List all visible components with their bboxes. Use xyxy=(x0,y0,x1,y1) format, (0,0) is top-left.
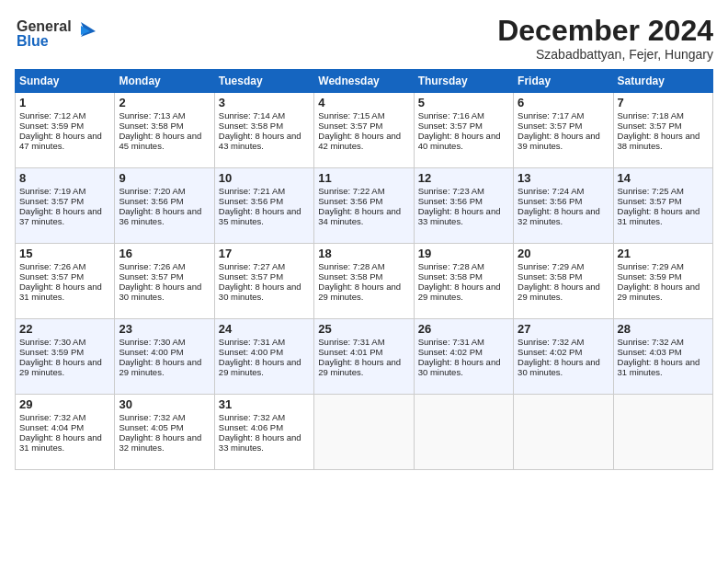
sunrise-text: Sunrise: 7:29 AM xyxy=(518,261,609,271)
sunset-text: Sunset: 4:02 PM xyxy=(518,347,609,357)
daylight-text: Daylight: 8 hours and 47 minutes. xyxy=(19,131,110,151)
day-number: 8 xyxy=(19,171,110,185)
daylight-text: Daylight: 8 hours and 43 minutes. xyxy=(219,131,310,151)
calendar-cell: 19Sunrise: 7:28 AMSunset: 3:58 PMDayligh… xyxy=(414,244,513,319)
calendar-week-1: 1Sunrise: 7:12 AMSunset: 3:59 PMDaylight… xyxy=(16,93,713,168)
calendar-cell xyxy=(314,395,414,470)
sunrise-text: Sunrise: 7:16 AM xyxy=(418,110,509,121)
month-title: December 2024 xyxy=(497,15,713,47)
day-header-saturday: Saturday xyxy=(613,70,712,93)
svg-text:General: General xyxy=(17,18,72,34)
day-header-wednesday: Wednesday xyxy=(314,70,414,93)
sunrise-text: Sunrise: 7:30 AM xyxy=(119,337,210,347)
sunrise-text: Sunrise: 7:30 AM xyxy=(19,337,110,347)
sunrise-text: Sunrise: 7:32 AM xyxy=(19,412,110,422)
day-number: 20 xyxy=(518,247,609,260)
day-header-friday: Friday xyxy=(514,70,613,93)
sunrise-text: Sunrise: 7:17 AM xyxy=(518,110,609,121)
daylight-text: Daylight: 8 hours and 37 minutes. xyxy=(19,206,110,226)
daylight-text: Daylight: 8 hours and 34 minutes. xyxy=(318,206,409,226)
sunset-text: Sunset: 3:57 PM xyxy=(618,121,709,131)
daylight-text: Daylight: 8 hours and 29 minutes. xyxy=(418,282,509,302)
calendar-cell: 15Sunrise: 7:26 AMSunset: 3:57 PMDayligh… xyxy=(16,244,115,319)
day-number: 12 xyxy=(418,171,509,185)
day-number: 25 xyxy=(318,322,409,336)
daylight-text: Daylight: 8 hours and 42 minutes. xyxy=(318,131,409,151)
sunset-text: Sunset: 3:58 PM xyxy=(119,121,210,131)
sunset-text: Sunset: 3:59 PM xyxy=(19,347,110,357)
daylight-text: Daylight: 8 hours and 40 minutes. xyxy=(418,131,509,151)
daylight-text: Daylight: 8 hours and 29 minutes. xyxy=(219,357,310,377)
page: General Blue December 2024 Szabadbattyan… xyxy=(0,0,728,563)
day-number: 30 xyxy=(119,397,210,411)
day-number: 15 xyxy=(19,247,110,260)
sunset-text: Sunset: 3:56 PM xyxy=(318,196,409,206)
calendar-cell: 12Sunrise: 7:23 AMSunset: 3:56 PMDayligh… xyxy=(414,168,513,244)
day-number: 4 xyxy=(318,96,409,109)
sunset-text: Sunset: 3:58 PM xyxy=(418,271,509,282)
calendar-cell: 25Sunrise: 7:31 AMSunset: 4:01 PMDayligh… xyxy=(314,319,414,395)
sunset-text: Sunset: 3:59 PM xyxy=(618,271,709,282)
calendar-cell xyxy=(414,395,513,470)
sunset-text: Sunset: 3:56 PM xyxy=(418,196,509,206)
calendar-cell: 5Sunrise: 7:16 AMSunset: 3:57 PMDaylight… xyxy=(414,93,513,168)
subtitle: Szabadbattyan, Fejer, Hungary xyxy=(497,47,713,62)
calendar-cell: 3Sunrise: 7:14 AMSunset: 3:58 PMDaylight… xyxy=(214,93,313,168)
calendar-cell: 13Sunrise: 7:24 AMSunset: 3:56 PMDayligh… xyxy=(514,168,613,244)
daylight-text: Daylight: 8 hours and 32 minutes. xyxy=(119,432,210,453)
sunset-text: Sunset: 3:56 PM xyxy=(119,196,210,206)
calendar-cell: 31Sunrise: 7:32 AMSunset: 4:06 PMDayligh… xyxy=(214,395,313,470)
sunrise-text: Sunrise: 7:27 AM xyxy=(219,261,310,271)
sunset-text: Sunset: 3:56 PM xyxy=(518,196,609,206)
calendar-cell: 23Sunrise: 7:30 AMSunset: 4:00 PMDayligh… xyxy=(115,319,214,395)
sunrise-text: Sunrise: 7:13 AM xyxy=(119,110,210,121)
calendar-week-5: 29Sunrise: 7:32 AMSunset: 4:04 PMDayligh… xyxy=(16,395,713,470)
day-number: 21 xyxy=(618,247,709,260)
sunrise-text: Sunrise: 7:12 AM xyxy=(19,110,110,121)
daylight-text: Daylight: 8 hours and 29 minutes. xyxy=(618,282,709,302)
sunset-text: Sunset: 3:58 PM xyxy=(219,121,310,131)
sunrise-text: Sunrise: 7:26 AM xyxy=(19,261,110,271)
day-number: 1 xyxy=(19,96,110,109)
daylight-text: Daylight: 8 hours and 29 minutes. xyxy=(318,282,409,302)
calendar-cell: 18Sunrise: 7:28 AMSunset: 3:58 PMDayligh… xyxy=(314,244,414,319)
sunrise-text: Sunrise: 7:32 AM xyxy=(618,337,709,347)
svg-text:Blue: Blue xyxy=(17,33,49,49)
sunset-text: Sunset: 4:00 PM xyxy=(219,347,310,357)
sunset-text: Sunset: 3:57 PM xyxy=(618,196,709,206)
calendar-cell: 27Sunrise: 7:32 AMSunset: 4:02 PMDayligh… xyxy=(514,319,613,395)
daylight-text: Daylight: 8 hours and 30 minutes. xyxy=(219,282,310,302)
calendar-header: SundayMondayTuesdayWednesdayThursdayFrid… xyxy=(16,70,713,93)
header: General Blue December 2024 Szabadbattyan… xyxy=(15,15,713,62)
calendar-cell xyxy=(613,395,712,470)
sunrise-text: Sunrise: 7:28 AM xyxy=(418,261,509,271)
calendar-cell: 8Sunrise: 7:19 AMSunset: 3:57 PMDaylight… xyxy=(16,168,115,244)
calendar-table: SundayMondayTuesdayWednesdayThursdayFrid… xyxy=(15,69,713,470)
calendar-cell: 29Sunrise: 7:32 AMSunset: 4:04 PMDayligh… xyxy=(16,395,115,470)
daylight-text: Daylight: 8 hours and 32 minutes. xyxy=(518,206,609,226)
sunset-text: Sunset: 4:02 PM xyxy=(418,347,509,357)
calendar-cell: 2Sunrise: 7:13 AMSunset: 3:58 PMDaylight… xyxy=(115,93,214,168)
sunrise-text: Sunrise: 7:15 AM xyxy=(318,110,409,121)
title-block: December 2024 Szabadbattyan, Fejer, Hung… xyxy=(497,15,713,62)
day-number: 3 xyxy=(219,96,310,109)
sunset-text: Sunset: 3:56 PM xyxy=(219,196,310,206)
sunrise-text: Sunrise: 7:32 AM xyxy=(219,412,310,422)
sunrise-text: Sunrise: 7:24 AM xyxy=(518,186,609,196)
sunset-text: Sunset: 3:59 PM xyxy=(19,121,110,131)
day-number: 18 xyxy=(318,247,409,260)
calendar-cell: 10Sunrise: 7:21 AMSunset: 3:56 PMDayligh… xyxy=(214,168,313,244)
calendar-cell: 21Sunrise: 7:29 AMSunset: 3:59 PMDayligh… xyxy=(613,244,712,319)
sunrise-text: Sunrise: 7:28 AM xyxy=(318,261,409,271)
daylight-text: Daylight: 8 hours and 29 minutes. xyxy=(518,282,609,302)
sunrise-text: Sunrise: 7:29 AM xyxy=(618,261,709,271)
sunrise-text: Sunrise: 7:22 AM xyxy=(318,186,409,196)
daylight-text: Daylight: 8 hours and 31 minutes. xyxy=(19,432,110,453)
calendar-cell: 1Sunrise: 7:12 AMSunset: 3:59 PMDaylight… xyxy=(16,93,115,168)
daylight-text: Daylight: 8 hours and 35 minutes. xyxy=(219,206,310,226)
day-number: 27 xyxy=(518,322,609,336)
day-number: 14 xyxy=(618,171,709,185)
calendar-week-3: 15Sunrise: 7:26 AMSunset: 3:57 PMDayligh… xyxy=(16,244,713,319)
sunrise-text: Sunrise: 7:32 AM xyxy=(119,412,210,422)
sunset-text: Sunset: 4:05 PM xyxy=(119,422,210,432)
